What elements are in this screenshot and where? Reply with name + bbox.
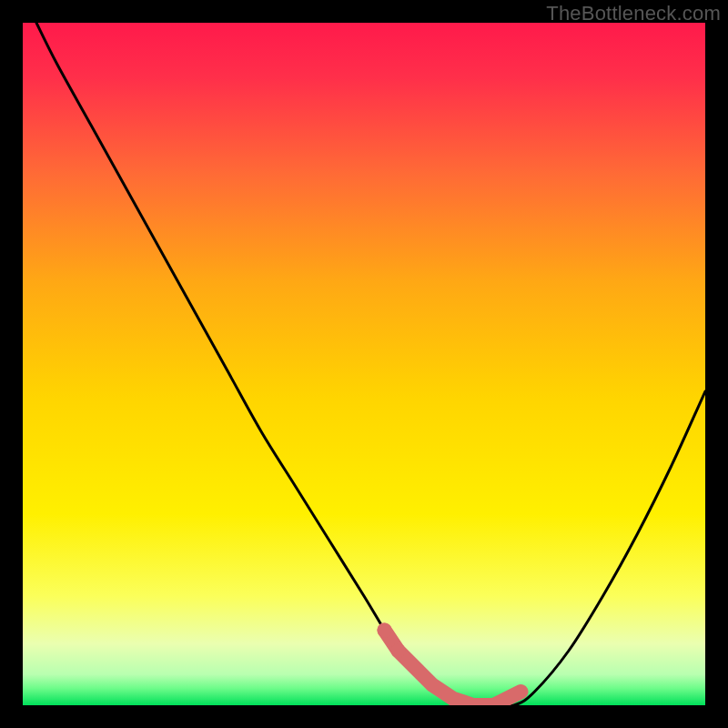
watermark-text: TheBottleneck.com <box>546 2 721 25</box>
bottleneck-chart <box>23 23 705 705</box>
marker-dot <box>378 623 392 638</box>
marker-dot <box>391 643 406 658</box>
gradient-background <box>23 23 705 705</box>
chart-frame <box>23 23 705 705</box>
